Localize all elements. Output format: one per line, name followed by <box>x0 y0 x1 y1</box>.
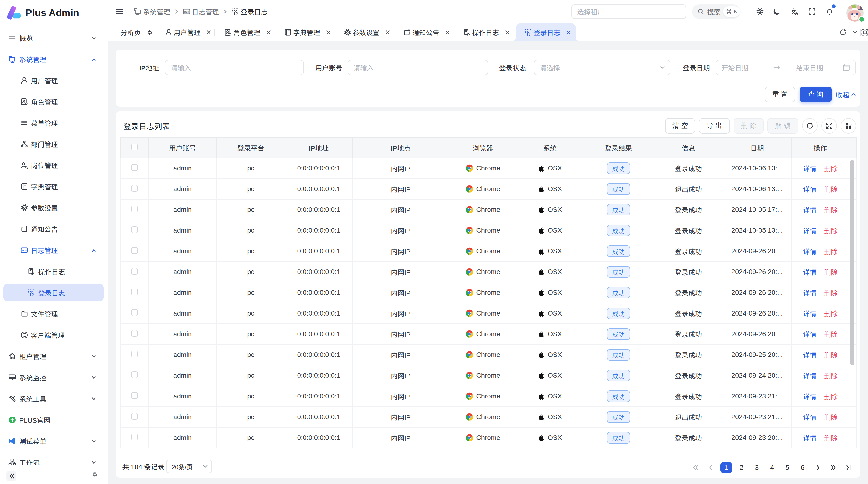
svg-text:DEV: DEV <box>22 249 27 252</box>
svg-text:DEV: DEV <box>184 10 189 13</box>
svg-text:A: A <box>795 11 798 15</box>
